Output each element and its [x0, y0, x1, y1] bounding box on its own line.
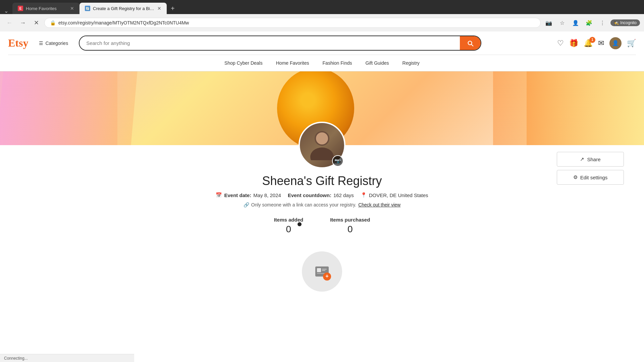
left-art	[0, 71, 138, 145]
registry-section: 📷 Sheena's Gift Registry 📅 Event date: M…	[0, 145, 644, 241]
reload-button[interactable]: ✕	[31, 17, 42, 28]
items-added-label: Items added	[274, 217, 304, 223]
status-bar: Connecting...	[0, 354, 134, 362]
items-added-value: 0	[286, 224, 291, 235]
cart-icon: 🛒	[627, 39, 636, 48]
stats-row: Items added 0 Items purchased 0	[274, 217, 370, 235]
bookmark-btn[interactable]: ☆	[557, 17, 568, 28]
header-top: Etsy ☰ Categories ♡ 🎁	[8, 32, 636, 55]
notification-count: 1	[589, 37, 595, 43]
privacy-note: 🔗 Only someone with a link can access yo…	[244, 202, 400, 207]
registry-meta: 📅 Event date: May 8, 2024 Event countdow…	[216, 192, 428, 198]
browser-chrome: ⌄ E Home Favorites ✕ 🔄 Create a Gift Reg…	[0, 0, 644, 32]
nav-shop-cyber-deals[interactable]: Shop Cyber Deals	[224, 59, 263, 67]
tab2-favicon: 🔄	[85, 6, 90, 11]
privacy-text: Only someone with a link can access your…	[251, 202, 356, 207]
location-meta: 📍 DOVER, DE United States	[361, 192, 428, 198]
categories-label: Categories	[45, 41, 68, 46]
incognito-badge: 🕵️ Incognito	[610, 19, 640, 26]
tab1-favicon: E	[18, 6, 23, 11]
location-icon: 📍	[361, 192, 367, 198]
favorites-button[interactable]: ♡	[557, 39, 564, 48]
extension-btn[interactable]: 🧩	[584, 17, 594, 28]
search-input[interactable]	[79, 36, 460, 50]
tab-dropdown[interactable]: ⌄	[0, 8, 12, 14]
browser-action-icons: 📷 ☆ 👤 🧩 ⋮ 🕵️ Incognito	[543, 17, 640, 28]
tab1-label: Home Favorites	[26, 6, 67, 11]
empty-icon-circle: +	[302, 251, 342, 292]
address-bar[interactable]: 🔒 etsy.com/registry/manage/MTIyOTM2NTQxf…	[44, 18, 541, 28]
right-art	[493, 71, 644, 145]
incognito-label: Incognito	[620, 20, 637, 25]
check-view-link[interactable]: Check out their view	[358, 202, 400, 207]
hamburger-icon: ☰	[39, 41, 43, 46]
countdown-label: Event countdown:	[288, 192, 331, 198]
tab-home-favorites[interactable]: E Home Favorites ✕	[12, 3, 79, 14]
items-purchased-stat: Items purchased 0	[330, 217, 370, 235]
event-date-label: Event date:	[224, 192, 251, 198]
avatar-image	[309, 130, 335, 160]
nav-registry[interactable]: Registry	[402, 59, 420, 67]
svg-rect-5	[322, 269, 327, 269]
etsy-header: Etsy ☰ Categories ♡ 🎁	[0, 32, 644, 71]
items-purchased-value: 0	[347, 224, 353, 235]
share-button[interactable]: ↗ Share	[557, 152, 624, 167]
gear-icon: ⚙	[573, 174, 578, 180]
profile-section: 📷 Sheena's Gift Registry 📅 Event date: M…	[0, 145, 644, 241]
gift-icon: 🎁	[569, 39, 578, 48]
tab-registry[interactable]: 🔄 Create a Gift Registry for a Birth ✕	[79, 3, 167, 14]
tab2-label: Create a Gift Registry for a Birth	[93, 6, 155, 11]
nav-fashion-finds[interactable]: Fashion Finds	[323, 59, 352, 67]
svg-rect-6	[322, 270, 325, 271]
avatar-icon: 👤	[609, 37, 622, 49]
etsy-logo[interactable]: Etsy	[8, 37, 28, 49]
browser-nav: ← → ✕ 🔒 etsy.com/registry/manage/MTIyOTM…	[0, 14, 644, 32]
empty-state-icon: +	[310, 260, 334, 283]
action-buttons: ↗ Share ⚙ Edit settings	[557, 152, 624, 185]
url-text: etsy.com/registry/manage/MTIyOTM2NTQxfDg…	[58, 20, 535, 25]
search-bar	[79, 36, 481, 51]
screenshot-btn[interactable]: 📷	[543, 17, 554, 28]
menu-btn[interactable]: ⋮	[597, 17, 608, 28]
cart-button[interactable]: 🛒	[627, 39, 636, 48]
search-button[interactable]	[460, 36, 481, 50]
heart-icon: ♡	[557, 39, 564, 48]
etsy-page: Etsy ☰ Categories ♡ 🎁	[0, 32, 644, 302]
forward-button[interactable]: →	[17, 17, 28, 28]
svg-text:+: +	[325, 273, 328, 279]
share-icon: ↗	[580, 156, 584, 162]
empty-state: +	[0, 241, 644, 302]
categories-button[interactable]: ☰ Categories	[35, 38, 72, 49]
svg-rect-4	[317, 268, 321, 272]
countdown-value: 162 days	[333, 192, 354, 198]
link-icon: 🔗	[244, 202, 249, 207]
header-icons: ♡ 🎁 🔔 1 ✉ 👤 🛒	[557, 37, 636, 49]
calendar-icon: 📅	[216, 192, 222, 198]
account-button[interactable]: 👤	[609, 37, 622, 49]
event-date-value: May 8, 2024	[253, 192, 281, 198]
change-photo-button[interactable]: 📷	[332, 155, 343, 167]
tab1-close[interactable]: ✕	[70, 6, 74, 11]
nav-gift-guides[interactable]: Gift Guides	[365, 59, 389, 67]
registry-title: Sheena's Gift Registry	[262, 174, 382, 188]
nav-home-favorites[interactable]: Home Favorites	[276, 59, 309, 67]
browser-tabs: ⌄ E Home Favorites ✕ 🔄 Create a Gift Reg…	[0, 0, 644, 14]
location-value: DOVER, DE United States	[369, 192, 428, 198]
items-purchased-label: Items purchased	[330, 217, 370, 223]
tab2-close[interactable]: ✕	[157, 6, 161, 11]
profile-btn[interactable]: 👤	[570, 17, 581, 28]
new-tab-button[interactable]: +	[167, 5, 179, 12]
notifications-button[interactable]: 🔔 1	[584, 39, 593, 48]
share-label: Share	[587, 157, 600, 162]
event-date-meta: 📅 Event date: May 8, 2024	[216, 192, 281, 198]
lock-icon: 🔒	[50, 20, 56, 25]
edit-settings-button[interactable]: ⚙ Edit settings	[557, 170, 624, 185]
svg-point-2	[316, 132, 328, 144]
message-icon: ✉	[598, 39, 604, 48]
messages-button[interactable]: ✉	[598, 39, 604, 48]
gifts-button[interactable]: 🎁	[569, 39, 578, 48]
edit-settings-label: Edit settings	[580, 175, 608, 180]
items-added-stat: Items added 0	[274, 217, 304, 235]
back-button[interactable]: ←	[4, 17, 15, 28]
status-text: Connecting...	[4, 356, 28, 361]
